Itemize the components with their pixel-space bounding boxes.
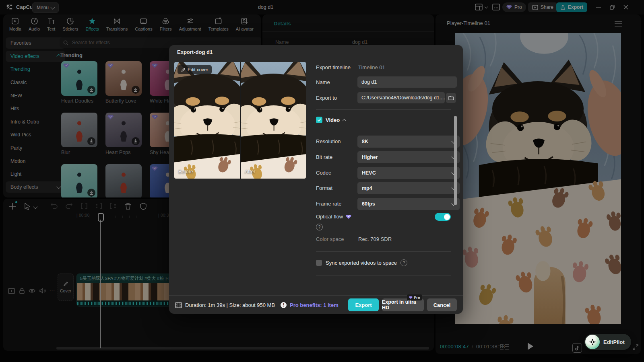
- edit-cover-label: Edit cover: [188, 67, 208, 72]
- duration-size-text: Duration: 1m 39s | Size: about 950 MB: [185, 302, 275, 308]
- editpilot-label: EditPilot: [603, 339, 625, 345]
- export-ultra-hd-button[interactable]: Export in ultra HD Pro: [382, 298, 424, 311]
- export-to-input[interactable]: C:/Users/aho48/Downloads/dog d1....: [357, 92, 445, 103]
- export-confirm-button[interactable]: Export: [348, 298, 379, 311]
- toggle-knob: [444, 214, 450, 220]
- framerate-select[interactable]: 60fps: [357, 198, 460, 210]
- optical-flow-toggle[interactable]: [435, 213, 451, 221]
- film-icon: [175, 302, 182, 308]
- after-label: After: [245, 169, 255, 175]
- sync-label: Sync exported videos to space: [326, 260, 397, 266]
- video-section-header[interactable]: Video: [316, 117, 346, 123]
- dialog-header: Export-dog d1: [169, 45, 463, 59]
- pro-diamond-icon: [346, 214, 351, 219]
- pro-badge: Pro: [407, 294, 422, 300]
- resolution-label: Resolution: [316, 138, 341, 144]
- pro-diamond-icon: [409, 296, 413, 299]
- optical-flow-help-icon[interactable]: ?: [316, 224, 323, 230]
- before-label: Before: [178, 169, 193, 175]
- edit-pencil-icon: [181, 68, 186, 72]
- folder-icon: [448, 96, 454, 100]
- after-image: [241, 62, 306, 179]
- collapse-icon[interactable]: [343, 119, 347, 123]
- framerate-label: Frame rate: [316, 201, 342, 207]
- export-timeline-label: Export timeline: [316, 64, 351, 70]
- optical-flow-label: Optical flow: [316, 214, 343, 220]
- export-to-label: Export to: [316, 95, 337, 101]
- name-input[interactable]: [357, 76, 457, 88]
- optical-flow-row: Optical flow: [316, 214, 351, 220]
- edit-cover-button[interactable]: Edit cover: [178, 65, 212, 74]
- info-icon: !: [281, 302, 287, 308]
- cancel-button[interactable]: Cancel: [427, 298, 457, 311]
- editpilot-icon: [585, 335, 600, 349]
- name-label: Name: [316, 79, 330, 85]
- cover-preview: Edit cover Before After: [174, 62, 306, 179]
- dialog-footer: Duration: 1m 39s | Size: about 950 MB ! …: [169, 295, 463, 314]
- video-section-label: Video: [326, 117, 340, 123]
- editpilot-button[interactable]: EditPilot: [584, 334, 631, 350]
- sync-row: Sync exported videos to space ?: [316, 259, 407, 266]
- pro-benefits-link[interactable]: Pro benefits: 1 item: [290, 302, 339, 308]
- export-summary: Duration: 1m 39s | Size: about 950 MB ! …: [175, 296, 339, 314]
- export-dialog: Export-dog d1 Edit cover Before After Ex…: [169, 45, 463, 314]
- dialog-title: Export-dog d1: [177, 49, 213, 55]
- video-checkbox[interactable]: [316, 117, 322, 123]
- sync-checkbox[interactable]: [316, 260, 322, 266]
- capcut-app: CapCut Menu dog d1 Pro: [0, 0, 644, 362]
- sync-help-icon[interactable]: ?: [400, 259, 407, 266]
- format-select[interactable]: mp4: [357, 182, 460, 194]
- divider: [316, 251, 451, 252]
- bitrate-label: Bit rate: [316, 154, 332, 160]
- resolution-select[interactable]: 8K: [357, 136, 460, 148]
- color-space-value: Rec. 709 SDR: [358, 236, 392, 242]
- format-label: Format: [316, 185, 332, 191]
- divider: [316, 109, 451, 110]
- bitrate-select[interactable]: Higher: [357, 151, 460, 163]
- codec-label: Codec: [316, 170, 331, 176]
- dialog-scrollbar[interactable]: [454, 116, 457, 205]
- export-timeline-value: Timeline 01: [358, 64, 385, 70]
- browse-folder-button[interactable]: [446, 93, 456, 103]
- codec-select[interactable]: HEVC: [357, 167, 460, 179]
- color-space-label: Color space: [316, 236, 344, 242]
- divider: [316, 276, 451, 276]
- before-image: [174, 62, 240, 179]
